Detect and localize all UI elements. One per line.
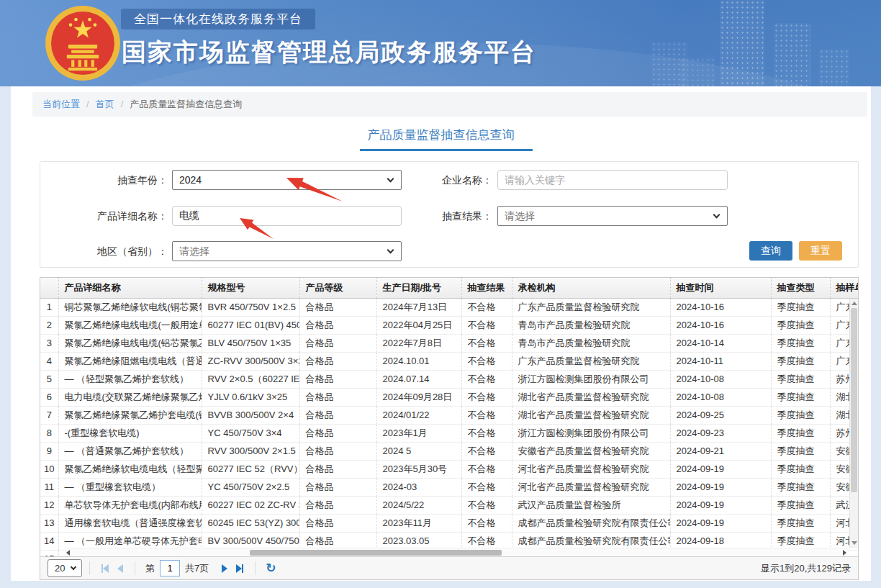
table-row[interactable]: 9— （普通聚氯乙烯护套软线）RVV 300/500V 2×1.5（合格品202… xyxy=(40,442,858,460)
next-page-button[interactable] xyxy=(222,564,227,573)
table-viewport: 产品详细名称规格型号产品等级生产日期/批号抽查结果承检机构抽查时间抽查类型抽样单… xyxy=(40,278,858,557)
table-cell: BVR 450/750V 1×2.5 xyxy=(202,298,299,316)
table-cell: 季度抽查 xyxy=(771,370,830,388)
table-row[interactable]: 8-(重型橡套软电缆)YC 450/750V 3×4合格品2023年1月不合格浙… xyxy=(40,424,858,442)
table-cell: 青岛市产品质量检验研究院 xyxy=(512,334,670,352)
building-decor xyxy=(720,0,764,86)
table-cell: 广东产品质量监督检验研究院 xyxy=(512,298,670,316)
region-select[interactable]: 请选择 xyxy=(172,241,402,261)
vertical-scrollbar[interactable] xyxy=(849,299,858,548)
site-header: 全国一体化在线政务服务平台 国家市场监督管理总局政务服务平台 xyxy=(0,0,881,86)
building-decor xyxy=(680,58,715,86)
table-cell: 7 xyxy=(40,406,58,424)
refresh-icon[interactable]: ↻ xyxy=(266,562,276,574)
last-page-button[interactable] xyxy=(236,564,243,573)
pager-divider xyxy=(255,561,256,575)
breadcrumb-home-link[interactable]: 首页 xyxy=(96,99,114,109)
table-cell: 2024-09-19 xyxy=(670,496,771,514)
table-cell: 2 xyxy=(40,316,58,334)
table-cell: 60277 IEC 01(BV) 450/ xyxy=(202,316,299,334)
chevron-down-icon xyxy=(387,247,394,254)
table-cell: 2024/01/22 xyxy=(376,406,461,424)
table-row[interactable]: 7聚氯乙烯绝缘聚氯乙烯护套电缆(铜芯BVVB 300/500V 2×4合格品20… xyxy=(40,406,858,424)
table-cell: 2023年11月 xyxy=(376,514,461,532)
table-body: 1铜芯聚氯乙烯绝缘软电线(铜芯聚氯乙BVR 450/750V 1×2.5合格品2… xyxy=(40,298,858,557)
result-label: 抽查结果： xyxy=(364,206,492,226)
table-row[interactable]: 12单芯软导体无护套电缆(内部布线用导60227 IEC 02 ZC-RV 30… xyxy=(40,496,858,514)
table-row[interactable]: 13通用橡套软电缆（普通强度橡套软线)60245 IEC 53(YZ) 300/… xyxy=(40,514,858,532)
scroll-up-icon[interactable] xyxy=(851,302,857,305)
platform-subtitle: 全国一体化在线政务服务平台 xyxy=(121,9,315,30)
table-cell: 2024-09-23 xyxy=(670,424,771,442)
table-row[interactable]: 3聚氯乙烯绝缘电线电缆(铝芯聚氯乙烯BLV 450/750V 1×35合格品20… xyxy=(40,334,858,352)
table-row[interactable]: 2聚氯乙烯绝缘电线电缆(一般用途单芯60277 IEC 01(BV) 450/合… xyxy=(40,316,858,334)
table-cell: YC 450/750V 3×4 xyxy=(202,424,299,442)
table-row[interactable]: 10聚氯乙烯绝缘软电缆电线（轻型聚氯乙60277 IEC 52（RVV） 3合格… xyxy=(40,460,858,478)
table-cell: 不合格 xyxy=(461,406,512,424)
region-select-value: 请选择 xyxy=(179,245,209,257)
table-header-cell: 抽查时间 xyxy=(670,278,771,298)
table-row[interactable]: 11— （重型橡套软电缆）YC 450/750V 2×2.5合格品2024-03… xyxy=(40,478,858,496)
table-cell: 2022年7月8日 xyxy=(376,334,461,352)
table-cell: 季度抽查 xyxy=(771,352,830,370)
first-page-button[interactable] xyxy=(101,564,109,573)
table-cell: 合格品 xyxy=(299,370,376,388)
year-label: 抽查年份： xyxy=(40,170,168,190)
reset-button[interactable]: 重置 xyxy=(799,241,842,261)
table-cell: BLV 450/750V 1×35 xyxy=(202,334,299,352)
table-cell: 通用橡套软电缆（普通强度橡套软线) xyxy=(58,514,202,532)
table-row[interactable]: 1铜芯聚氯乙烯绝缘软电线(铜芯聚氯乙BVR 450/750V 1×2.5合格品2… xyxy=(40,298,858,316)
table-cell: 60277 IEC 52（RVV） 3 xyxy=(202,460,299,478)
company-label: 企业名称： xyxy=(364,170,492,190)
table-cell: 2024年7月13日 xyxy=(376,298,461,316)
table-cell: 2024-09-19 xyxy=(670,514,771,532)
company-input[interactable] xyxy=(497,170,728,190)
breadcrumb-separator: / xyxy=(121,99,124,109)
table-cell: 2024年09月28日 xyxy=(376,388,461,406)
result-select[interactable]: 请选择 xyxy=(497,206,728,226)
page-number-input[interactable] xyxy=(160,560,180,576)
table-cell: 不合格 xyxy=(461,424,512,442)
table-cell: 6 xyxy=(40,388,58,406)
table-cell: 不合格 xyxy=(461,460,512,478)
table-cell: 2024-03 xyxy=(376,478,461,496)
table-header-cell: 生产日期/批号 xyxy=(376,278,461,298)
table-row[interactable]: 6电力电缆(交联聚乙烯绝缘聚氯乙烯护YJLV 0.6/1kV 3×25合格品20… xyxy=(40,388,858,406)
horizontal-scrollbar-thumb[interactable] xyxy=(250,550,502,556)
table-cell: 浙江方圆检测集团股份有限公司 xyxy=(512,370,670,388)
table-header-cell: 产品等级 xyxy=(299,278,376,298)
scroll-left-icon[interactable] xyxy=(66,550,70,556)
breadcrumb-separator: / xyxy=(86,99,89,109)
query-button[interactable]: 查询 xyxy=(749,241,792,261)
scroll-down-icon[interactable] xyxy=(851,541,857,545)
total-pages-label: 共7页 xyxy=(185,562,209,575)
table-cell: 合格品 xyxy=(299,334,376,352)
table-cell: 武汉产品质量监督检验所 xyxy=(512,496,670,514)
table-cell: 电力电缆(交联聚乙烯绝缘聚氯乙烯护 xyxy=(58,388,202,406)
table-row[interactable]: 4聚氯乙烯绝缘阻燃电缆电线（普通聚ZC-RVV 300/500V 3×2合格品2… xyxy=(40,352,858,370)
table-cell: 2024-10-14 xyxy=(670,334,771,352)
vertical-scrollbar-thumb[interactable] xyxy=(851,308,857,492)
table-header-cell: 抽查类型 xyxy=(771,278,830,298)
table-cell: 合格品 xyxy=(299,514,376,532)
table-cell: 2024-09-19 xyxy=(670,460,771,478)
table-header-cell: 抽查结果 xyxy=(461,278,512,298)
search-form: 抽查年份： 2024 企业名称： 产品详细名称： 抽查结果： 请选择 地区（省别… xyxy=(40,161,859,268)
breadcrumb-current-location[interactable]: 当前位置 xyxy=(42,99,80,109)
prev-page-button[interactable] xyxy=(117,564,123,573)
table-cell: 湖北省产品质量监督检验研究院 xyxy=(512,388,670,406)
table-cell: 季度抽查 xyxy=(771,424,830,442)
tab-query-info[interactable]: 产品质量监督抽查信息查询 xyxy=(368,127,515,152)
building-decor xyxy=(774,23,811,86)
table-cell: 季度抽查 xyxy=(771,298,830,316)
table-cell: 浙江方圆检测集团股份有限公司 xyxy=(512,424,670,442)
table-cell: 不合格 xyxy=(461,514,512,532)
table-cell: 聚氯乙烯绝缘聚氯乙烯护套电缆(铜芯 xyxy=(58,406,202,424)
table-row[interactable]: 5— （轻型聚氯乙烯护套软线）RVV 2×0.5（60227 IEC合格品202… xyxy=(40,370,858,388)
page-size-select[interactable]: 20 xyxy=(48,559,82,577)
table-cell: 合格品 xyxy=(299,478,376,496)
table-cell: 聚氯乙烯绝缘电线电缆(一般用途单芯 xyxy=(58,316,202,334)
table-header-cell: 产品详细名称 xyxy=(58,278,202,298)
scroll-right-icon[interactable] xyxy=(843,550,846,556)
table-cell: 2023年5月30号 xyxy=(376,460,461,478)
